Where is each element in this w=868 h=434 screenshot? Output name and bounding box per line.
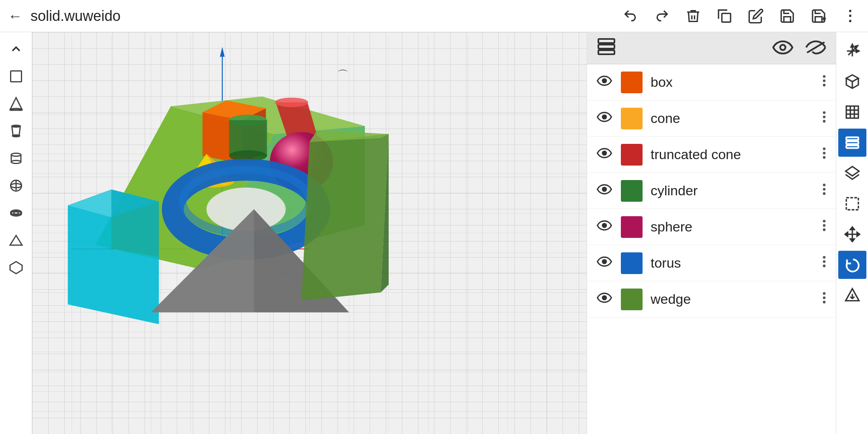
svg-point-86 [823, 75, 826, 78]
list-view-button[interactable] [838, 129, 866, 157]
top-bar-left: ← solid.wuweido [8, 8, 121, 25]
trunc-cone-tool[interactable] [4, 119, 28, 143]
save-add-button[interactable] [809, 6, 829, 26]
object-more-button-4[interactable] [822, 219, 826, 235]
box-tool[interactable] [4, 64, 28, 88]
hide-all-button[interactable] [805, 40, 826, 56]
svg-marker-58 [111, 190, 159, 257]
sphere-tool[interactable] [4, 174, 28, 198]
visibility-icon-4[interactable] [597, 220, 613, 234]
svg-point-95 [823, 152, 826, 155]
show-all-button[interactable] [772, 40, 793, 56]
panel-header-visibility-icons [772, 40, 826, 56]
panel-header [587, 32, 836, 64]
svg-rect-0 [722, 13, 731, 22]
left-toolbar [0, 32, 32, 434]
svg-marker-18 [10, 235, 22, 245]
page-title: solid.wuweido [31, 8, 121, 25]
svg-rect-128 [846, 198, 858, 210]
svg-rect-82 [598, 45, 614, 49]
object-more-button-3[interactable] [822, 183, 826, 199]
svg-point-98 [823, 184, 826, 186]
cylinder-tool[interactable] [4, 146, 28, 170]
svg-point-102 [823, 220, 826, 223]
far-right-toolbar [836, 32, 868, 434]
torus-tool[interactable] [4, 201, 28, 225]
svg-point-84 [780, 45, 786, 50]
svg-marker-117 [856, 50, 859, 53]
svg-point-90 [823, 111, 826, 114]
svg-marker-131 [850, 227, 854, 230]
svg-point-97 [602, 187, 606, 191]
rotate-button[interactable] [838, 251, 866, 279]
svg-point-103 [823, 224, 826, 227]
svg-marker-133 [845, 232, 848, 236]
object-item-wedge: wedge [587, 281, 836, 317]
object-item-box: box [587, 64, 836, 100]
more-button[interactable]: ⋮ [840, 6, 860, 26]
object-more-button-6[interactable] [822, 291, 826, 307]
svg-rect-125 [846, 141, 858, 144]
svg-rect-83 [598, 50, 614, 54]
canvas-area[interactable]: ⌒ [32, 32, 587, 434]
object-name-6: wedge [651, 291, 814, 307]
selection-button[interactable] [838, 190, 866, 218]
layers-button[interactable] [838, 159, 866, 187]
duplicate-button[interactable] [714, 6, 735, 26]
visibility-icon-2[interactable] [597, 147, 613, 162]
visibility-icon-1[interactable] [597, 111, 613, 125]
visibility-icon-6[interactable] [597, 292, 613, 306]
3d-view-button[interactable] [838, 68, 866, 96]
svg-text:⌒: ⌒ [337, 69, 348, 81]
color-swatch-4 [621, 216, 643, 238]
svg-rect-124 [846, 137, 858, 140]
grid-button[interactable] [838, 98, 866, 126]
object-item-cone: cone [587, 100, 836, 137]
object-item-torus: torus [587, 245, 836, 281]
3d-axes-button[interactable] [838, 37, 866, 65]
object-name-5: torus [651, 255, 814, 271]
color-swatch-6 [621, 289, 643, 310]
color-swatch-5 [621, 252, 643, 274]
cone-tool[interactable] [4, 92, 28, 116]
top-bar-actions: ⋮ [620, 6, 860, 26]
object-item-cylinder: cylinder [587, 173, 836, 209]
main-content: ⌒ [0, 32, 868, 434]
svg-point-92 [823, 120, 826, 123]
import-button[interactable] [838, 281, 866, 309]
undo-button[interactable] [620, 6, 641, 26]
svg-point-96 [823, 156, 826, 159]
save-button[interactable] [777, 6, 797, 26]
svg-point-93 [602, 151, 606, 155]
svg-point-110 [823, 292, 826, 295]
svg-marker-19 [10, 262, 22, 274]
object-more-button-0[interactable] [822, 74, 826, 90]
object-more-button-2[interactable] [822, 147, 826, 162]
svg-rect-119 [846, 106, 858, 118]
svg-point-91 [823, 116, 826, 119]
object-name-0: box [651, 74, 814, 90]
top-bar: ← solid.wuweido [0, 0, 868, 32]
wedge-tool[interactable] [4, 228, 28, 252]
svg-marker-51 [220, 47, 225, 57]
svg-rect-3 [10, 71, 21, 82]
back-button[interactable]: ← [8, 8, 23, 25]
svg-marker-134 [857, 232, 860, 236]
object-more-button-1[interactable] [822, 111, 826, 126]
svg-point-85 [602, 79, 606, 83]
visibility-icon-0[interactable] [597, 75, 613, 89]
move-button[interactable] [838, 220, 866, 248]
svg-point-88 [823, 84, 826, 86]
svg-point-107 [823, 260, 826, 263]
svg-point-105 [602, 260, 606, 264]
svg-point-112 [823, 301, 826, 303]
prism-tool[interactable] [4, 256, 28, 280]
object-more-button-5[interactable] [822, 255, 826, 271]
visibility-icon-3[interactable] [597, 184, 613, 198]
delete-button[interactable] [683, 6, 703, 26]
redo-button[interactable] [652, 6, 672, 26]
visibility-icon-5[interactable] [597, 256, 613, 270]
edit-button[interactable] [746, 6, 766, 26]
collapse-tool[interactable] [4, 37, 28, 61]
svg-point-89 [602, 115, 606, 119]
